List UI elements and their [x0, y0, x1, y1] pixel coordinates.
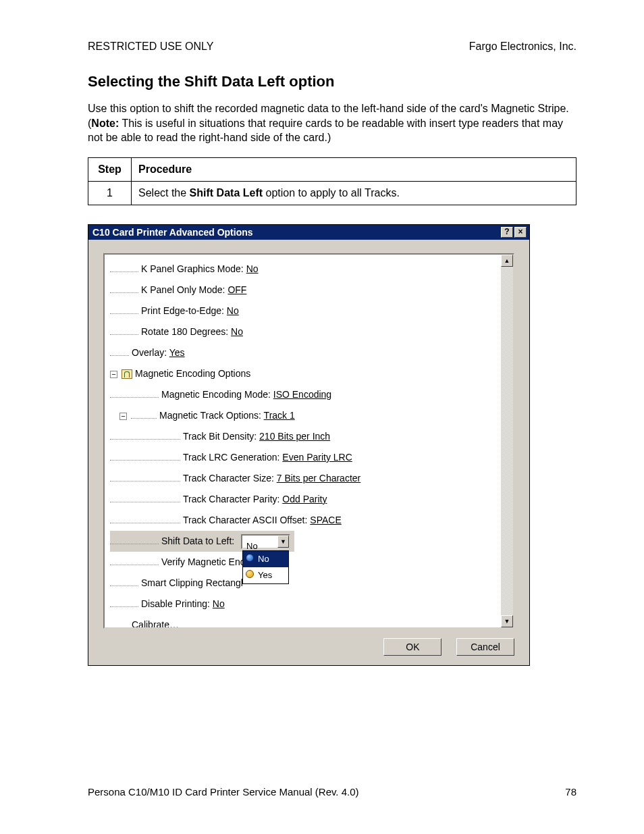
- dropdown-option-no[interactable]: No: [243, 551, 288, 567]
- group-magnetic-track-options[interactable]: −Magnetic Track Options: Track 1: [110, 405, 510, 426]
- header-left: RESTRICTED USE ONLY: [88, 41, 213, 53]
- collapse-icon[interactable]: −: [119, 413, 127, 420]
- option-track-bit-density[interactable]: Track Bit Density: 210 Bits per Inch: [110, 426, 510, 447]
- procedure-table: Step Procedure 1 Select the Shift Data L…: [88, 157, 576, 205]
- step-number: 1: [88, 181, 132, 205]
- option-track-ascii-offset[interactable]: Track Character ASCII Offset: SPACE: [110, 510, 510, 531]
- option-shift-data-left[interactable]: Shift Data to Left: No▼ No Yes: [110, 531, 294, 552]
- step-text: Select the Shift Data Left option to app…: [132, 181, 576, 205]
- option-rotate-180[interactable]: Rotate 180 Degrees: No: [110, 321, 510, 342]
- option-disable-printing[interactable]: Disable Printing: No: [110, 594, 510, 615]
- option-calibrate[interactable]: Calibrate…: [110, 615, 510, 629]
- option-track-char-parity[interactable]: Track Character Parity: Odd Parity: [110, 489, 510, 510]
- option-track-char-size[interactable]: Track Character Size: 7 Bits per Charact…: [110, 468, 510, 489]
- option-overlay[interactable]: Overlay: Yes: [110, 342, 510, 363]
- dialog-title: C10 Card Printer Advanced Options: [92, 227, 500, 238]
- radio-yes-icon: [246, 570, 254, 578]
- page-number: 78: [565, 786, 576, 798]
- intro-paragraph: Use this option to shift the recorded ma…: [88, 101, 576, 145]
- shift-data-left-combo[interactable]: No▼ No Yes: [241, 534, 290, 549]
- footer-doc-title: Persona C10/M10 ID Card Printer Service …: [88, 786, 359, 798]
- collapse-icon[interactable]: −: [110, 371, 117, 378]
- cancel-button[interactable]: Cancel: [456, 638, 514, 656]
- group-magnetic-encoding[interactable]: −Magnetic Encoding Options: [110, 363, 510, 384]
- radio-no-icon: [246, 554, 254, 562]
- close-button[interactable]: ×: [514, 227, 527, 238]
- lock-icon: [122, 369, 132, 379]
- option-k-panel-graphics[interactable]: K Panel Graphics Mode: No: [110, 259, 510, 280]
- table-row: 1 Select the Shift Data Left option to a…: [88, 181, 576, 205]
- scrollbar-track[interactable]: [501, 267, 513, 615]
- header-right: Fargo Electronics, Inc.: [469, 41, 576, 53]
- th-procedure: Procedure: [132, 157, 576, 181]
- dropdown-option-yes[interactable]: Yes: [243, 567, 288, 583]
- shift-data-left-dropdown: No Yes: [242, 550, 289, 584]
- options-tree: ▲ ▼ K Panel Graphics Mode: No K Panel On…: [103, 253, 514, 629]
- option-mag-encoding-mode[interactable]: Magnetic Encoding Mode: ISO Encoding: [110, 384, 510, 405]
- option-edge-to-edge[interactable]: Print Edge-to-Edge: No: [110, 301, 510, 321]
- option-smart-clipping-rectangle[interactable]: Smart Clipping Rectangl: [110, 573, 510, 594]
- scroll-up-button[interactable]: ▲: [501, 255, 513, 267]
- scroll-down-button[interactable]: ▼: [501, 615, 513, 627]
- option-k-panel-only[interactable]: K Panel Only Mode: OFF: [110, 280, 510, 301]
- chevron-down-icon[interactable]: ▼: [277, 536, 289, 548]
- option-verify-magnetic-encoding[interactable]: Verify Magnetic Enc: [110, 552, 510, 573]
- advanced-options-dialog: C10 Card Printer Advanced Options ? × ▲ …: [88, 224, 530, 666]
- th-step: Step: [88, 157, 132, 181]
- help-button[interactable]: ?: [501, 227, 513, 238]
- page-heading: Selecting the Shift Data Left option: [88, 73, 576, 90]
- ok-button[interactable]: OK: [383, 638, 441, 656]
- titlebar: C10 Card Printer Advanced Options ? ×: [88, 225, 529, 240]
- option-track-lrc[interactable]: Track LRC Generation: Even Parity LRC: [110, 447, 510, 468]
